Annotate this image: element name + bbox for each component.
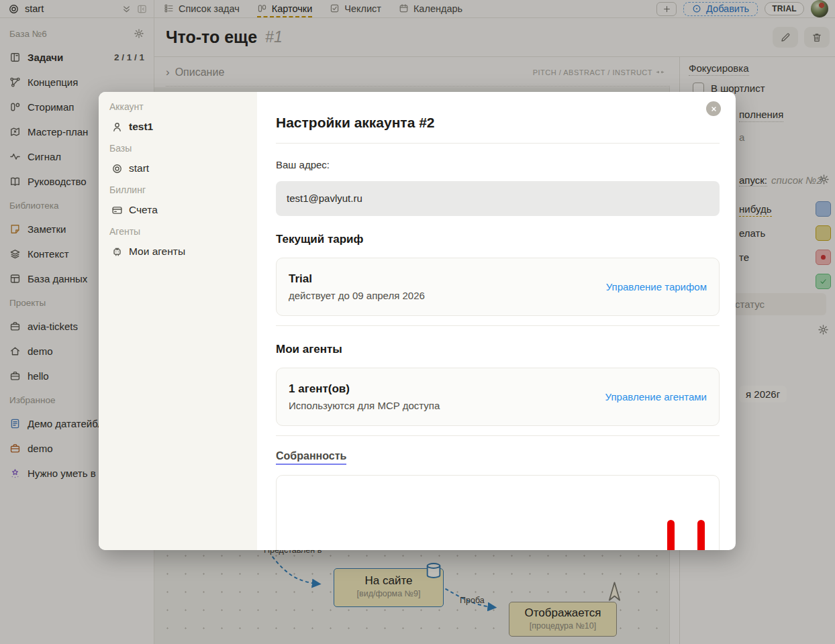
tariff-info: Trial действует до 09 апреля 2026 bbox=[289, 272, 425, 301]
agents-desc: Используются для MCP доступа bbox=[289, 400, 440, 411]
manage-agents-link[interactable]: Управление агентами bbox=[605, 391, 707, 402]
modal-nav-item-label: test1 bbox=[129, 121, 153, 133]
modal-nav-group-header: Базы bbox=[109, 143, 246, 154]
email-field[interactable]: test1@pavlyut.ru bbox=[276, 181, 720, 216]
person-icon bbox=[111, 121, 123, 133]
tariff-valid-until: действует до 09 апреля 2026 bbox=[289, 290, 425, 301]
chart-bar bbox=[667, 520, 675, 550]
focus-tab[interactable]: Собранность bbox=[276, 450, 346, 465]
agents-count: 1 агент(ов) bbox=[289, 382, 440, 396]
modal-nav-item-счета[interactable]: Счета bbox=[111, 204, 246, 216]
modal-nav-item-test1[interactable]: test1 bbox=[111, 121, 246, 133]
app-root: start Список задачКарточкиЧеклистКаленда… bbox=[0, 0, 835, 644]
modal-title: Настройки аккаунта #2 bbox=[276, 103, 720, 131]
tariff-name: Trial bbox=[289, 272, 425, 286]
divider bbox=[276, 143, 720, 144]
modal-nav-group-header: Аккаунт bbox=[109, 101, 246, 112]
account-settings-modal: Аккаунтtest1БазыstartБиллингСчетаАгентыМ… bbox=[99, 92, 736, 550]
bar-chart bbox=[647, 509, 715, 550]
target-icon bbox=[111, 163, 123, 174]
tariff-card: Trial действует до 09 апреля 2026 Управл… bbox=[276, 258, 720, 316]
modal-nav-group-header: Агенты bbox=[109, 226, 246, 237]
card-icon bbox=[111, 205, 123, 216]
address-label: Ваш адрес: bbox=[276, 159, 720, 170]
close-icon bbox=[710, 105, 718, 113]
close-button[interactable] bbox=[706, 101, 721, 116]
tariff-heading: Текущий тариф bbox=[276, 233, 720, 246]
modal-nav-item-мои-агенты[interactable]: Мои агенты bbox=[111, 246, 246, 258]
modal-nav-item-label: Счета bbox=[129, 204, 158, 216]
bot-icon bbox=[111, 246, 123, 258]
modal-nav-group-header: Биллинг bbox=[109, 184, 246, 195]
chart-bar bbox=[697, 520, 705, 550]
modal-nav-item-label: Мои агенты bbox=[129, 246, 185, 258]
agents-heading: Мои агенты bbox=[276, 343, 720, 356]
focus-chart-card bbox=[276, 475, 720, 550]
modal-nav-item-label: start bbox=[129, 162, 149, 174]
modal-body: Настройки аккаунта #2 Ваш адрес: test1@p… bbox=[257, 92, 736, 550]
agents-info: 1 агент(ов) Используются для MCP доступа bbox=[289, 382, 440, 411]
manage-tariff-link[interactable]: Управление тарифом bbox=[606, 281, 707, 292]
divider bbox=[276, 325, 720, 326]
agents-card: 1 агент(ов) Используются для MCP доступа… bbox=[276, 368, 720, 426]
modal-nav-item-start[interactable]: start bbox=[111, 162, 246, 174]
modal-nav: Аккаунтtest1БазыstartБиллингСчетаАгентыМ… bbox=[99, 92, 257, 550]
divider bbox=[276, 435, 720, 436]
